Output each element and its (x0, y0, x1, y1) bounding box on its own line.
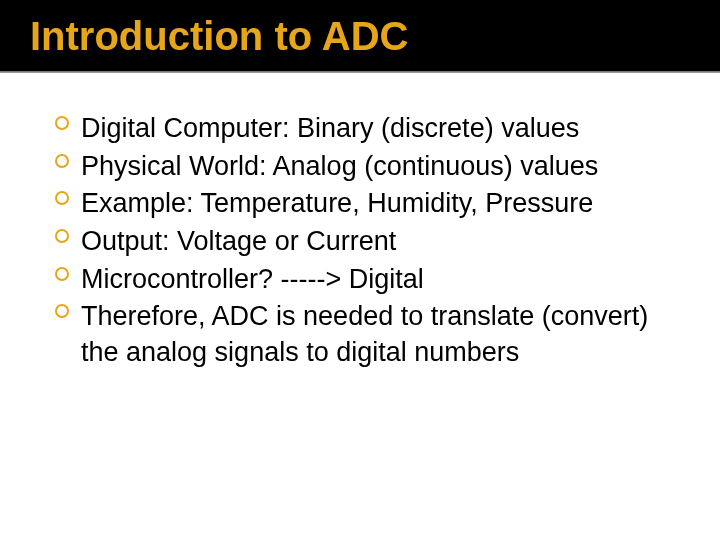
circle-bullet-icon (55, 304, 69, 318)
list-item: Digital Computer: Binary (discrete) valu… (55, 111, 680, 147)
circle-bullet-icon (55, 267, 69, 281)
list-item: Output: Voltage or Current (55, 224, 680, 260)
list-item-text: Output: Voltage or Current (81, 226, 396, 256)
slide-title: Introduction to ADC (30, 14, 408, 58)
title-band: Introduction to ADC (0, 0, 720, 72)
content-area: Digital Computer: Binary (discrete) valu… (0, 73, 720, 370)
circle-bullet-icon (55, 229, 69, 243)
slide: Introduction to ADC Digital Computer: Bi… (0, 0, 720, 540)
list-item-text: Therefore, ADC is needed to translate (c… (81, 301, 648, 367)
list-item: Therefore, ADC is needed to translate (c… (55, 299, 680, 370)
list-item-text: Digital Computer: Binary (discrete) valu… (81, 113, 579, 143)
circle-bullet-icon (55, 191, 69, 205)
circle-bullet-icon (55, 154, 69, 168)
circle-bullet-icon (55, 116, 69, 130)
list-item-text: Microcontroller? -----> Digital (81, 264, 424, 294)
list-item-text: Physical World: Analog (continuous) valu… (81, 151, 598, 181)
list-item: Microcontroller? -----> Digital (55, 262, 680, 298)
list-item: Physical World: Analog (continuous) valu… (55, 149, 680, 185)
list-item: Example: Temperature, Humidity, Pressure (55, 186, 680, 222)
list-item-text: Example: Temperature, Humidity, Pressure (81, 188, 593, 218)
